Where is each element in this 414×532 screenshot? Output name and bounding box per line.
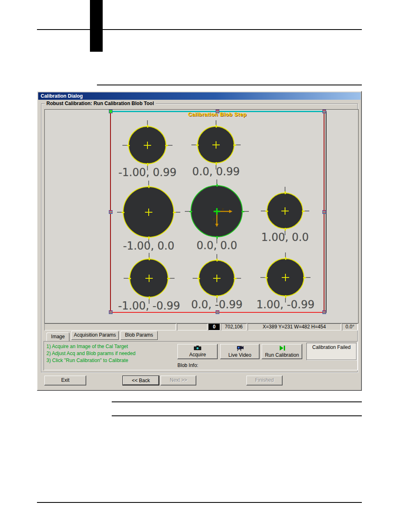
image-view[interactable]: Calibration Blob Step -1.00, 0.990.0, 0.… <box>44 109 359 323</box>
region-handle-bottom-right[interactable] <box>322 310 326 314</box>
calibration-blob: -1.00, -0.99 <box>129 259 169 298</box>
blob-spur <box>285 295 286 298</box>
blob-spur <box>147 125 148 128</box>
horizontal-rule <box>37 29 362 30</box>
blob-tick <box>170 278 175 279</box>
camera-icon <box>193 346 202 352</box>
blob-spur <box>165 145 168 146</box>
blob-spur <box>265 211 268 212</box>
blob-center-cross <box>285 207 285 215</box>
calibration-status-text: Calibration Failed <box>312 344 350 350</box>
blob-center-cross <box>148 209 149 216</box>
blob-spur <box>285 191 286 194</box>
image-view-content: Calibration Blob Step -1.00, 0.990.0, 0.… <box>45 110 358 323</box>
statusbar-cursor-position: 702,106 <box>221 323 246 330</box>
region-handle-top-middle[interactable] <box>216 110 219 113</box>
tab-image[interactable]: Image <box>46 332 69 342</box>
blob-tick <box>117 212 122 213</box>
blob-spur <box>303 277 306 278</box>
region-handle-top-left[interactable] <box>109 110 113 113</box>
exit-button[interactable]: Exit <box>44 376 86 385</box>
run-calibration-button-label: Run Calibration <box>262 352 302 358</box>
blob-tick <box>260 277 265 278</box>
blob-spur <box>302 211 305 212</box>
blob-spur <box>127 145 130 146</box>
blob-center-cross <box>149 275 150 282</box>
horizontal-rule <box>37 502 362 503</box>
svg-text:x: x <box>221 207 224 211</box>
blob-spur <box>148 185 150 188</box>
blob-spur <box>216 236 218 239</box>
run-calibration-button[interactable]: Run Calibration <box>262 344 302 359</box>
blob-tick <box>185 211 189 212</box>
dialog-titlebar[interactable]: Calibration Dialog <box>38 92 361 100</box>
calibration-dialog-window: Calibration Dialog Robust Calibration: R… <box>37 91 362 391</box>
live-video-button[interactable]: Live Video <box>220 344 260 359</box>
statusbar-angle: 0.0° <box>342 323 358 330</box>
blob-spur <box>173 212 176 213</box>
blob-spur <box>189 211 192 212</box>
blob-spur <box>216 125 217 128</box>
blob-spur <box>149 296 150 299</box>
statusbar-empty-panel <box>177 323 207 330</box>
calibration-blob: -1.00, 0.0 <box>123 186 175 238</box>
blob-spur <box>149 257 150 260</box>
blob-tick <box>305 211 309 211</box>
blob-tick <box>193 278 197 279</box>
blob-coordinate-label: 1.00, 0.0 <box>240 231 330 243</box>
region-handle-middle-left[interactable] <box>109 210 113 214</box>
blob-spur <box>216 162 217 165</box>
next-button[interactable]: Next >> <box>161 376 196 385</box>
svg-text:y: y <box>213 217 215 221</box>
horizontal-rule <box>112 415 362 416</box>
blob-spur <box>234 278 237 279</box>
tab-acquisition-params[interactable]: Acquisition Params <box>71 331 119 340</box>
instruction-panel: 1) Acquire an Image of the Cal Target 2)… <box>44 341 358 370</box>
blob-center-cross <box>285 274 286 281</box>
blob-info-label: Blob Info: <box>177 362 198 368</box>
blob-tick <box>124 278 128 279</box>
document-page: Calibration Dialog Robust Calibration: R… <box>0 0 414 532</box>
acquire-button[interactable]: Acquire <box>177 344 218 359</box>
tab-bar: Image Acquisition Params Blob Params <box>44 331 358 342</box>
dialog-title: Calibration Dialog <box>41 93 83 99</box>
blob-tick <box>236 144 241 145</box>
region-handle-top-right[interactable] <box>322 110 326 113</box>
tab-blob-params[interactable]: Blob Params <box>120 331 158 340</box>
blob-spur <box>285 228 286 231</box>
finished-button[interactable]: Finished <box>246 376 283 385</box>
blob-tick <box>148 181 149 185</box>
blob-spur <box>285 257 286 260</box>
blob-tick <box>306 277 310 278</box>
blob-tick <box>176 212 180 213</box>
blob-coordinate-label: 1.00, -0.99 <box>240 298 331 311</box>
blob-tick <box>147 120 148 125</box>
blob-spur <box>196 144 199 146</box>
blob-spur <box>122 212 124 213</box>
region-handle-bottom-middle[interactable] <box>216 310 219 314</box>
origin-axes-icon: xy <box>213 207 234 230</box>
blob-spur <box>167 278 170 279</box>
instruction-line-3: 3) Click "Run Calibration" to Calibrate <box>46 358 128 363</box>
statusbar-frame-count: 0 <box>208 323 220 330</box>
blob-tick <box>285 187 285 191</box>
video-camera-icon <box>236 346 244 352</box>
calibration-blob: 0.0, 0.99 <box>197 126 235 164</box>
back-button[interactable]: << Back <box>122 376 159 385</box>
blob-spur <box>128 278 131 279</box>
blob-spur <box>216 295 218 298</box>
statusbar-message-panel <box>44 323 176 330</box>
calibration-status-box: Calibration Failed <box>306 343 356 360</box>
blob-tick <box>168 145 172 146</box>
blob-center-cross <box>216 275 217 282</box>
horizontal-rule <box>112 401 362 402</box>
blob-tick <box>216 254 217 259</box>
blob-center-cross <box>147 142 148 149</box>
statusbar-region-info: X=389 Y=231 W=482 H=454 <box>248 323 341 330</box>
blob-spur <box>216 259 218 261</box>
region-handle-middle-right[interactable] <box>322 210 326 214</box>
blob-tick <box>216 179 217 184</box>
blob-spur <box>265 277 268 278</box>
calibration-blob: -1.00, 0.99 <box>128 126 167 165</box>
blob-spur <box>148 236 150 239</box>
